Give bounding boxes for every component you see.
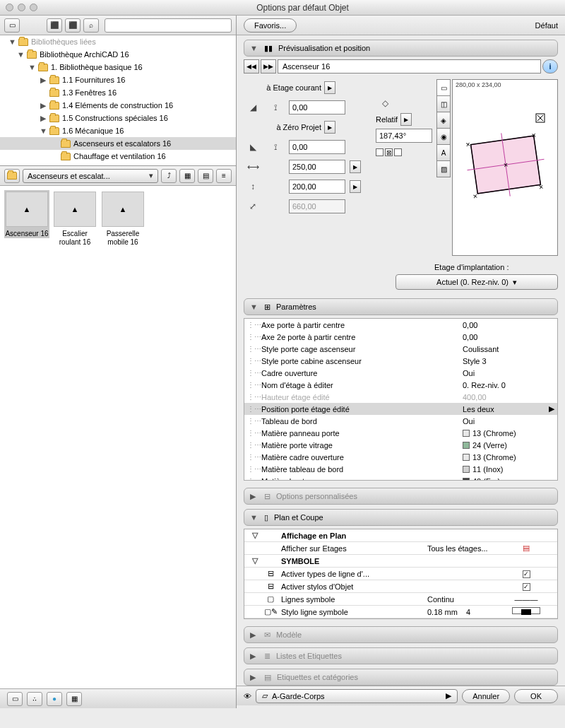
param-row[interactable]: ⋮⋯Matière porte vitrage24 (Verre) bbox=[244, 439, 557, 451]
section-preview-position[interactable]: ▼ ▮▮ Prévisualisation et position bbox=[244, 40, 558, 57]
section-etiquettes[interactable]: ▶▤ Etiquettes et catégories bbox=[244, 669, 558, 686]
param-row[interactable]: ⋮⋯Matière boutons40 (Fer) bbox=[244, 475, 557, 481]
grid-item[interactable]: ▲Escalier roulant 16 bbox=[52, 190, 97, 247]
height-step[interactable]: ▶ bbox=[350, 180, 361, 193]
input-zero-projet[interactable] bbox=[289, 140, 345, 154]
plan-row-linetypes[interactable]: ⊟Activer types de ligne d'...✓ bbox=[244, 568, 557, 580]
zoom-window-icon[interactable] bbox=[30, 4, 37, 11]
mirror-y-checkbox[interactable]: ⊠ bbox=[385, 148, 393, 156]
plan-row-lines[interactable]: ▢Lignes symboleContinu——— bbox=[244, 593, 557, 606]
favorites-button[interactable]: Favoris... bbox=[244, 18, 297, 33]
grid-item[interactable]: ▲Ascenseur 16 bbox=[4, 190, 49, 238]
preview-tab-hatch[interactable]: ▨ bbox=[436, 160, 451, 177]
object-name-field[interactable]: Ascenseur 16 bbox=[278, 59, 541, 74]
view-large-icons-button[interactable]: ▦ bbox=[179, 169, 195, 183]
tree-item[interactable]: Chauffage et ventilation 16 bbox=[0, 150, 236, 163]
linetypes-checkbox[interactable]: ✓ bbox=[523, 570, 530, 578]
param-row[interactable]: ⋮⋯Tableau de bordOui bbox=[244, 415, 557, 427]
plan-row-pen[interactable]: ▢✎Stylo ligne symbole0.18 mm 4 bbox=[244, 606, 557, 618]
mirror-x-checkbox[interactable] bbox=[376, 148, 383, 156]
tree-item[interactable]: ▼Bibliothèques liées bbox=[0, 35, 236, 48]
view-mode-button[interactable]: ▭ bbox=[4, 18, 20, 33]
cancel-button[interactable]: Annuler bbox=[462, 689, 510, 703]
preview-tab-text[interactable]: A bbox=[436, 144, 451, 161]
tree-item[interactable]: 1.3 Fenêtres 16 bbox=[0, 86, 236, 99]
preview-tab-shaded[interactable]: ◉ bbox=[436, 128, 451, 145]
relatif-step[interactable]: ▶ bbox=[400, 113, 412, 126]
tree-item[interactable]: ▶1.1 Fournitures 16 bbox=[0, 74, 236, 86]
param-row[interactable]: ⋮⋯Hauteur étage édité400,00 bbox=[244, 391, 557, 403]
input-width[interactable] bbox=[289, 160, 345, 174]
mirror-z-checkbox[interactable] bbox=[394, 148, 402, 156]
close-window-icon[interactable] bbox=[6, 4, 13, 11]
object-grid[interactable]: ▲Ascenseur 16▲Escalier roulant 16▲Passer… bbox=[0, 186, 236, 688]
library-tree[interactable]: ▼Bibliothèques liées▼Bibliothèque ArchiC… bbox=[0, 35, 236, 166]
param-row[interactable]: ⋮⋯Cadre ouvertureOui bbox=[244, 367, 557, 379]
tree-item[interactable]: ▶1.4 Eléments de construction 16 bbox=[0, 99, 236, 112]
plan-row-pens[interactable]: ⊟Activer stylos d'Objet✓ bbox=[244, 580, 557, 593]
anchor-top-icon: ◢ bbox=[244, 100, 262, 115]
book-icon: ▮▮ bbox=[264, 44, 273, 53]
total-icon: ⤢ bbox=[244, 199, 262, 213]
tree-item[interactable]: ▶1.5 Constructions spéciales 16 bbox=[0, 112, 236, 124]
section-plan-coupe[interactable]: ▼ ▯ Plan et Coupe bbox=[244, 509, 558, 526]
tree-item[interactable]: ▼1. Bibliothèque basique 16 bbox=[0, 61, 236, 74]
tree-item[interactable]: ▼Bibliothèque ArchiCAD 16 bbox=[0, 48, 236, 61]
zero-projet-step[interactable]: ▶ bbox=[324, 121, 335, 134]
input-angle[interactable] bbox=[376, 129, 432, 143]
section-parametres[interactable]: ▼ ⊞ Paramètres bbox=[244, 298, 558, 315]
section-modele[interactable]: ▶✉ Modèle bbox=[244, 626, 558, 643]
param-row[interactable]: ⋮⋯Style porte cage ascenseurCoulissant bbox=[244, 343, 557, 355]
up-folder-button[interactable]: ⤴ bbox=[161, 169, 177, 183]
plan-icon: ▯ bbox=[264, 513, 268, 522]
param-row[interactable]: ⋮⋯Matière tableau de bord11 (Inox) bbox=[244, 463, 557, 475]
param-row[interactable]: ⋮⋯Matière cadre ouverture13 (Chrome) bbox=[244, 451, 557, 463]
lib-btn-1[interactable]: ⬛ bbox=[47, 18, 62, 33]
tree-item[interactable]: ▼1.6 Mécanique 16 bbox=[0, 124, 236, 137]
preview-tab-3d[interactable]: ◫ bbox=[436, 95, 451, 112]
prev-object-button[interactable]: ◀◀ bbox=[244, 59, 259, 74]
etage-dropdown[interactable]: Actuel (0. Rez-niv. 0)▾ bbox=[396, 274, 558, 290]
input-height[interactable] bbox=[289, 180, 345, 194]
plan-table: ▽Affichage en Plan Afficher sur EtagesTo… bbox=[244, 529, 558, 619]
footer-btn-3[interactable]: ● bbox=[47, 692, 62, 706]
lib-btn-2[interactable]: ⬛ bbox=[65, 18, 81, 33]
pens-checkbox[interactable]: ✓ bbox=[523, 583, 530, 591]
search-input[interactable] bbox=[105, 18, 232, 33]
param-row[interactable]: ⋮⋯Axe 2e porte à partir centre0,00 bbox=[244, 331, 557, 343]
section-custom[interactable]: ▶ ⊟ Options personnalisées bbox=[244, 488, 558, 505]
default-label: Défaut bbox=[535, 21, 558, 30]
eye-icon[interactable]: 👁 bbox=[244, 692, 251, 700]
etage-courant-step[interactable]: ▶ bbox=[324, 81, 335, 94]
footer-btn-4[interactable]: ▦ bbox=[66, 692, 82, 706]
parameter-list[interactable]: ⋮⋯Axe porte à partir centre0,00⋮⋯Axe 2e … bbox=[244, 318, 558, 481]
labels-icon: ▤ bbox=[264, 673, 271, 682]
search-button[interactable]: ⌕ bbox=[83, 18, 99, 33]
input-etage-courant[interactable] bbox=[289, 100, 345, 115]
layer-dropdown[interactable]: ▱ A-Garde-Corps ▶ bbox=[256, 689, 458, 703]
param-row[interactable]: ⋮⋯Axe porte à partir centre0,00 bbox=[244, 319, 557, 331]
param-row[interactable]: ⋮⋯Matière panneau porte13 (Chrome) bbox=[244, 427, 557, 439]
preview-canvas[interactable]: 280,00 x 234,00 × × × × bbox=[452, 79, 558, 256]
grid-item[interactable]: ▲Passerelle mobile 16 bbox=[100, 190, 145, 247]
preview-tab-2d[interactable]: ▭ bbox=[436, 79, 451, 96]
section-listes[interactable]: ▶≣ Listes et Etiquettes bbox=[244, 647, 558, 664]
next-object-button[interactable]: ▶▶ bbox=[261, 59, 276, 74]
footer-btn-1[interactable]: ▭ bbox=[7, 692, 23, 706]
preview-tab-axo[interactable]: ◈ bbox=[436, 112, 451, 129]
folder-icon bbox=[4, 169, 20, 183]
plan-row-afficher[interactable]: Afficher sur EtagesTous les étages...▤ bbox=[244, 542, 557, 555]
view-list-button[interactable]: ≡ bbox=[216, 169, 232, 183]
info-button[interactable]: i bbox=[542, 59, 558, 74]
footer-btn-2[interactable]: ⛬ bbox=[27, 692, 42, 706]
param-row[interactable]: ⋮⋯Style porte cabine ascenseurStyle 3 bbox=[244, 355, 557, 367]
width-step[interactable]: ▶ bbox=[350, 160, 361, 173]
minimize-window-icon[interactable] bbox=[18, 4, 25, 11]
view-small-icons-button[interactable]: ▤ bbox=[198, 169, 213, 183]
param-row[interactable]: ⋮⋯Nom d'étage à éditer0. Rez-niv. 0 bbox=[244, 379, 557, 391]
ok-button[interactable]: OK bbox=[514, 689, 558, 703]
tree-item[interactable]: Ascenseurs et escalators 16 bbox=[0, 137, 236, 150]
param-row[interactable]: ⋮⋯Position porte étage éditéLes deux▶ bbox=[244, 403, 557, 415]
input-total bbox=[289, 199, 345, 213]
folder-dropdown[interactable]: Ascenseurs et escalat... ▾ bbox=[23, 169, 158, 183]
